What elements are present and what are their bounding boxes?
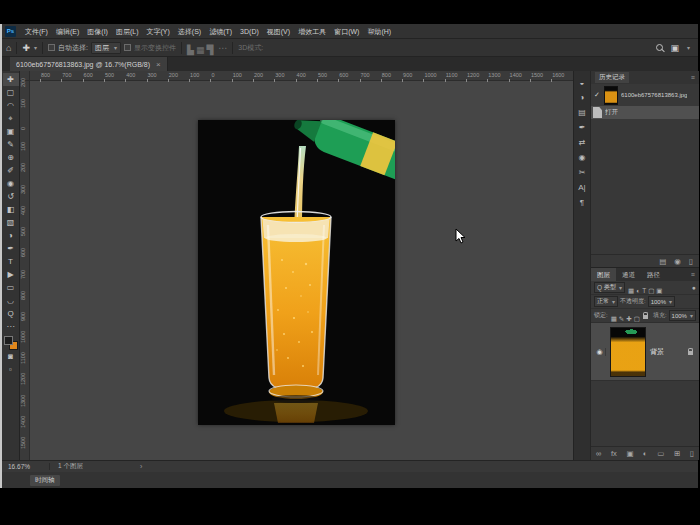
adjustments-panel-icon[interactable]: ◑ (574, 90, 590, 105)
history-state-open[interactable]: 打开 (591, 106, 699, 119)
filter-pixel-icon[interactable]: ▦ (628, 287, 634, 294)
new-layer-icon[interactable]: ⊞ (674, 449, 680, 458)
lock-artboard-icon[interactable]: ▢ (634, 315, 640, 322)
menu-type[interactable]: 文字(Y) (142, 24, 173, 39)
color-swatches[interactable] (4, 336, 18, 350)
foreground-color-swatch[interactable] (4, 336, 13, 345)
crop-tool[interactable]: ▣ (3, 125, 19, 138)
align-center-icon[interactable]: ▦ (196, 45, 205, 55)
menu-3d[interactable]: 3D(D) (236, 24, 263, 39)
path-selection-tool[interactable]: ▶ (3, 268, 19, 281)
menu-layer[interactable]: 图层(L) (112, 24, 143, 39)
brush-tool[interactable]: ✐ (3, 164, 19, 177)
properties-panel-icon[interactable]: ▤ (574, 105, 590, 120)
brush-settings-panel-icon[interactable]: ⇄ (574, 135, 590, 150)
lasso-tool[interactable]: ◠ (3, 99, 19, 112)
shape-tool[interactable]: ▭ (3, 281, 19, 294)
filter-toggle-icon[interactable]: ● (692, 284, 696, 291)
zoom-tool[interactable]: Q (3, 307, 19, 320)
workspace-switcher-icon[interactable]: ▣ (670, 43, 679, 53)
align-right-icon[interactable]: ▜ (206, 45, 213, 55)
hand-tool[interactable]: ◡ (3, 294, 19, 307)
menu-image[interactable]: 图像(I) (83, 24, 112, 39)
menu-select[interactable]: 选择(S) (174, 24, 205, 39)
marquee-tool[interactable]: ▢ (3, 86, 19, 99)
layer-group-icon[interactable]: ▭ (657, 449, 664, 458)
blend-mode-dropdown[interactable]: 正常 ▾ (594, 296, 618, 307)
tool-preset-icon[interactable]: ✚ (22, 43, 30, 53)
menu-window[interactable]: 窗口(W) (330, 24, 363, 39)
document-tab[interactable]: 6100eb67576813863.jpg @ 16.7%(RGB/8) × (10, 57, 168, 71)
fill-dropdown[interactable]: 100% ▾ (669, 310, 696, 321)
status-chevron-icon[interactable]: › (140, 463, 142, 470)
lock-move-icon[interactable]: ✚ (626, 315, 631, 322)
lock-transparent-icon[interactable]: ▦ (611, 315, 617, 322)
layer-filter-dropdown[interactable]: Q 类型 ▾ (594, 282, 625, 293)
filter-smartobject-icon[interactable]: ▣ (656, 287, 662, 294)
document-image[interactable] (198, 120, 395, 425)
menu-file[interactable]: 文件(F) (21, 24, 52, 39)
move-tool[interactable]: ✚ (3, 73, 19, 86)
color-panel-icon[interactable]: ◒ (574, 75, 590, 90)
gradient-tool[interactable]: ▧ (3, 216, 19, 229)
type-tool[interactable]: T (3, 255, 19, 268)
clone-stamp-tool[interactable]: ◉ (3, 177, 19, 190)
screen-mode-icon[interactable]: ▫ (3, 363, 19, 376)
layer-thumbnail[interactable] (610, 327, 646, 377)
pen-tool[interactable]: ✒ (3, 242, 19, 255)
menu-plugins[interactable]: 增效工具 (294, 24, 330, 39)
vertical-ruler[interactable]: 2001000100200300400500600700800900100011… (20, 81, 30, 460)
more-options-icon[interactable]: ⋯ (218, 43, 227, 53)
menu-help[interactable]: 帮助(H) (363, 24, 395, 39)
character-panel-icon[interactable]: A| (574, 180, 590, 195)
edit-toolbar[interactable]: ⋯ (3, 320, 19, 333)
layer-row-background[interactable]: ◉ 背景 (591, 323, 699, 381)
menu-filter[interactable]: 滤镜(T) (205, 24, 236, 39)
adjustment-layer-icon[interactable]: ◐ (643, 449, 648, 458)
filter-adjustment-icon[interactable]: ◐ (636, 287, 640, 294)
lock-all-icon[interactable] (643, 315, 648, 319)
clone-source-panel-icon[interactable]: ◉ (574, 150, 590, 165)
history-brush-tool[interactable]: ↺ (3, 190, 19, 203)
link-layers-icon[interactable]: ∞ (596, 449, 601, 458)
tab-timeline[interactable]: 时间轴 (30, 475, 60, 486)
auto-select-checkbox[interactable] (48, 44, 55, 51)
close-icon[interactable]: × (156, 60, 161, 69)
layer-mask-icon[interactable]: ▣ (626, 449, 633, 458)
tab-history[interactable]: 历史记录 (595, 72, 629, 83)
horizontal-ruler[interactable]: 8007006005004003002001000100200300400500… (30, 71, 573, 81)
filter-type-icon[interactable]: T (642, 287, 646, 294)
chevron-down-icon[interactable]: ▾ (34, 44, 37, 51)
align-left-icon[interactable]: ▙ (187, 45, 194, 55)
home-icon[interactable]: ⌂ (6, 43, 11, 53)
eraser-tool[interactable]: ◧ (3, 203, 19, 216)
new-doc-from-state-icon[interactable]: ▤ (659, 257, 666, 266)
layer-effects-icon[interactable]: fx (611, 449, 617, 458)
history-source-icon[interactable]: ✓ (593, 91, 601, 99)
chevron-down-icon[interactable]: ▾ (687, 44, 690, 51)
quick-mask-icon[interactable]: ◙ (3, 350, 19, 363)
search-icon[interactable] (656, 44, 663, 51)
filter-shape-icon[interactable]: ▢ (648, 287, 654, 294)
object-selection-tool[interactable]: ⌖ (3, 112, 19, 125)
paragraph-panel-icon[interactable]: ¶ (574, 195, 590, 210)
show-transform-checkbox[interactable] (124, 44, 131, 51)
auto-select-dropdown[interactable]: 图层 ▾ (91, 42, 121, 54)
menu-view[interactable]: 视图(V) (263, 24, 294, 39)
opacity-dropdown[interactable]: 100% ▾ (648, 296, 675, 307)
eyedropper-tool[interactable]: ✎ (3, 138, 19, 151)
panel-menu-icon[interactable]: ≡ (691, 271, 699, 278)
tab-layers[interactable]: 图层 (591, 268, 616, 281)
delete-layer-icon[interactable]: ▯ (690, 449, 694, 458)
history-snapshot-row[interactable]: ✓ 6100eb67576813863.jpg (591, 84, 699, 106)
visibility-eye-icon[interactable]: ◉ (594, 348, 606, 356)
menu-edit[interactable]: 编辑(E) (52, 24, 83, 39)
crop-preview-panel-icon[interactable]: ✂ (574, 165, 590, 180)
delete-state-icon[interactable]: ▯ (689, 257, 693, 266)
healing-brush-tool[interactable]: ⊕ (3, 151, 19, 164)
new-snapshot-icon[interactable]: ◉ (674, 257, 681, 266)
canvas-area[interactable]: 8007006005004003002001000100200300400500… (20, 71, 573, 460)
lock-paint-icon[interactable]: ✎ (619, 315, 624, 322)
zoom-level-field[interactable]: 16.67% (2, 463, 50, 470)
panel-menu-icon[interactable]: ≡ (691, 74, 695, 81)
